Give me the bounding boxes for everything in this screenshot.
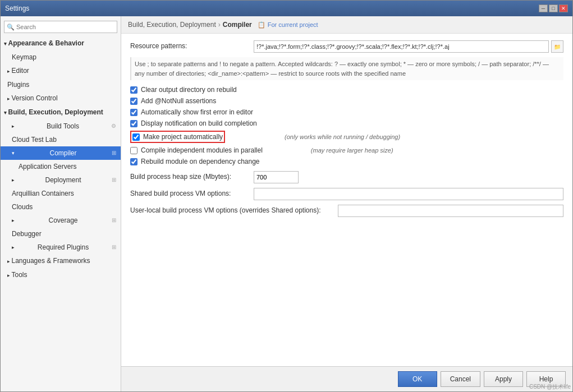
make-automatically-note: (only works while not running / debuggin… — [285, 133, 400, 140]
sidebar-item-cloud-test-lab[interactable]: Cloud Test Lab — [1, 133, 121, 146]
make-automatically-label: Make project automatically — [143, 133, 223, 141]
add-notnull-label: Add @NotNull assertions — [141, 97, 216, 105]
search-icon: 🔍 — [7, 24, 15, 31]
search-box[interactable]: 🔍 — [4, 21, 117, 33]
sidebar-item-deployment-label: Deployment — [45, 175, 81, 185]
apply-button[interactable]: Apply — [484, 371, 523, 387]
sidebar-item-deployment[interactable]: Deployment ⊞ — [1, 173, 121, 187]
sidebar-item-compiler[interactable]: Compiler ⊞ — [1, 146, 121, 160]
settings-window: Settings ─ □ ✕ 🔍 Appearance & Behavior K… — [0, 0, 573, 392]
breadcrumb-separator: › — [218, 21, 221, 29]
sidebar-item-languages-frameworks-label: Languages & Frameworks — [12, 257, 90, 265]
project-icon: 📋 — [258, 21, 265, 29]
sidebar: 🔍 Appearance & Behavior Keymap Editor Pl… — [1, 16, 121, 391]
heap-size-input[interactable] — [254, 171, 299, 183]
sidebar-item-plugins[interactable]: Plugins — [1, 78, 121, 91]
clear-output-row: Clear output directory on rebuild — [130, 86, 563, 94]
compile-parallel-checkbox[interactable] — [130, 147, 137, 154]
deployment-icon: ⊞ — [112, 175, 116, 185]
sidebar-item-clouds[interactable]: Clouds — [1, 200, 121, 214]
sidebar-item-arquillian-label: Arquillian Containers — [12, 190, 74, 197]
sidebar-item-cloud-test-lab-label: Cloud Test Lab — [12, 136, 57, 144]
sidebar-item-build-tools-label: Build Tools — [47, 121, 79, 131]
sidebar-item-languages-frameworks[interactable]: Languages & Frameworks — [1, 254, 121, 268]
rebuild-module-checkbox[interactable] — [130, 158, 137, 165]
sidebar-item-editor[interactable]: Editor — [1, 64, 121, 78]
heap-size-section: Build process heap size (Mbytes): Shared… — [130, 171, 563, 217]
compile-parallel-row: Compile independent modules in parallel … — [130, 146, 563, 154]
rebuild-module-label: Rebuild module on dependency change — [141, 158, 260, 165]
sidebar-item-version-control-label: Version Control — [12, 94, 58, 102]
show-first-error-row: Automatically show first error in editor — [130, 108, 563, 116]
sidebar-item-tools-label: Tools — [12, 271, 27, 279]
compile-parallel-note: (may require larger heap size) — [311, 147, 393, 154]
shared-vm-row: Shared build process VM options: — [130, 188, 563, 200]
window-title: Settings — [5, 4, 29, 12]
sidebar-item-required-plugins[interactable]: Required Plugins ⊞ — [1, 241, 121, 254]
sidebar-item-keymap[interactable]: Keymap — [1, 50, 121, 64]
breadcrumb: Build, Execution, Deployment › Compiler … — [121, 16, 572, 34]
sidebar-item-build-tools[interactable]: Build Tools ⚙ — [1, 119, 121, 133]
make-automatically-row: Make project automatically (only works w… — [130, 131, 563, 143]
resource-patterns-help: Use ; to separate patterns and ! to nega… — [130, 57, 563, 80]
breadcrumb-path2: Compiler — [223, 21, 252, 29]
sidebar-item-version-control[interactable]: Version Control — [1, 91, 121, 105]
show-first-error-label: Automatically show first error in editor — [141, 108, 253, 116]
sidebar-item-plugins-label: Plugins — [7, 81, 29, 89]
resource-patterns-label: Resource patterns: — [130, 40, 254, 50]
show-first-error-checkbox[interactable] — [130, 109, 137, 116]
browse-button[interactable]: 📁 — [551, 40, 563, 53]
make-automatically-checkbox[interactable] — [132, 133, 140, 141]
sidebar-item-arquillian[interactable]: Arquillian Containers — [1, 187, 121, 200]
cancel-button[interactable]: Cancel — [441, 371, 480, 387]
resource-patterns-input[interactable] — [254, 40, 549, 53]
sidebar-item-build-execution[interactable]: Build, Execution, Deployment — [1, 105, 121, 119]
bottom-bar: OK Cancel Apply Help — [121, 366, 572, 391]
sidebar-item-coverage[interactable]: Coverage ⊞ — [1, 214, 121, 227]
clear-output-checkbox[interactable] — [130, 86, 137, 94]
search-input[interactable] — [16, 24, 114, 30]
sidebar-item-appearance-behavior[interactable]: Appearance & Behavior — [1, 36, 121, 50]
shared-vm-label: Shared build process VM options: — [130, 188, 254, 197]
sidebar-item-keymap-label: Keymap — [12, 53, 36, 61]
main-panel: Build, Execution, Deployment › Compiler … — [121, 16, 572, 391]
sidebar-item-editor-label: Editor — [12, 67, 29, 75]
sidebar-item-compiler-label: Compiler — [49, 148, 76, 158]
shared-vm-input[interactable] — [254, 188, 563, 200]
clear-output-label: Clear output directory on rebuild — [141, 86, 237, 94]
user-local-vm-input[interactable] — [338, 205, 563, 217]
sidebar-item-debugger-label: Debugger — [12, 230, 42, 238]
resource-patterns-input-group: 📁 — [254, 40, 563, 53]
resource-patterns-row: Resource patterns: 📁 — [130, 40, 563, 53]
add-notnull-checkbox[interactable] — [130, 98, 137, 105]
compiler-settings-icon: ⊞ — [112, 148, 116, 158]
sidebar-item-application-servers-label: Application Servers — [19, 163, 76, 170]
title-bar: Settings ─ □ ✕ — [1, 1, 572, 16]
sidebar-item-tools[interactable]: Tools — [1, 268, 121, 282]
required-plugins-icon: ⊞ — [112, 242, 116, 252]
coverage-icon: ⊞ — [112, 215, 116, 225]
minimize-button[interactable]: ─ — [539, 4, 548, 12]
display-notification-checkbox[interactable] — [130, 120, 137, 127]
display-notification-row: Display notification on build completion — [130, 119, 563, 127]
sidebar-item-application-servers[interactable]: Application Servers — [1, 160, 121, 173]
sidebar-item-clouds-label: Clouds — [12, 203, 33, 211]
sidebar-item-appearance-behavior-label: Appearance & Behavior — [8, 39, 84, 47]
display-notification-label: Display notification on build completion — [141, 119, 257, 127]
build-tools-icon: ⚙ — [111, 121, 116, 131]
close-button[interactable]: ✕ — [559, 4, 568, 12]
project-link[interactable]: For current project — [268, 21, 318, 28]
add-notnull-row: Add @NotNull assertions — [130, 97, 563, 105]
heap-size-label: Build process heap size (Mbytes): — [130, 171, 254, 181]
maximize-button[interactable]: □ — [549, 4, 558, 12]
sidebar-item-required-plugins-label: Required Plugins — [38, 242, 89, 252]
user-local-vm-row: User-local build process VM options (ove… — [130, 205, 563, 217]
user-local-vm-label: User-local build process VM options (ove… — [130, 205, 338, 214]
heap-size-row: Build process heap size (Mbytes): — [130, 171, 563, 183]
main-content: 🔍 Appearance & Behavior Keymap Editor Pl… — [1, 16, 572, 391]
sidebar-item-coverage-label: Coverage — [48, 215, 77, 225]
sidebar-item-debugger[interactable]: Debugger — [1, 227, 121, 241]
ok-button[interactable]: OK — [398, 371, 437, 387]
compile-parallel-label: Compile independent modules in parallel — [141, 146, 263, 154]
settings-content: Resource patterns: 📁 Use ; to separate p… — [121, 34, 572, 366]
